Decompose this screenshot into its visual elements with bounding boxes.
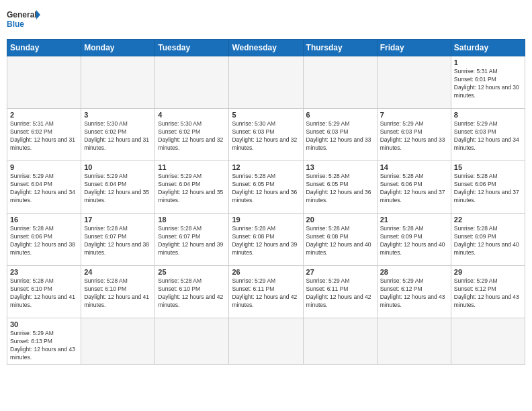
calendar-cell: 20Sunrise: 5:28 AMSunset: 6:08 PMDayligh…: [303, 214, 377, 266]
calendar-cell: 11Sunrise: 5:29 AMSunset: 6:04 PMDayligh…: [155, 161, 229, 214]
day-info: Sunrise: 5:28 AMSunset: 6:07 PMDaylight:…: [158, 225, 226, 257]
calendar-cell: [81, 318, 155, 365]
day-number: 29: [454, 268, 522, 276]
calendar-cell: 7Sunrise: 5:29 AMSunset: 6:03 PMDaylight…: [377, 109, 451, 161]
logo-svg: General Blue: [7, 7, 40, 34]
calendar-cell: 26Sunrise: 5:29 AMSunset: 6:11 PMDayligh…: [229, 266, 303, 318]
calendar-cell: [7, 56, 81, 109]
calendar-cell: 2Sunrise: 5:31 AMSunset: 6:02 PMDaylight…: [7, 109, 81, 161]
day-number: 18: [158, 216, 226, 224]
day-info: Sunrise: 5:29 AMSunset: 6:04 PMDaylight:…: [158, 173, 226, 205]
calendar-cell: 21Sunrise: 5:28 AMSunset: 6:09 PMDayligh…: [377, 214, 451, 266]
day-number: 21: [380, 216, 448, 224]
col-friday: Friday: [377, 40, 451, 56]
calendar-cell: 8Sunrise: 5:29 AMSunset: 6:03 PMDaylight…: [451, 109, 525, 161]
calendar-cell: [377, 318, 451, 365]
day-number: 27: [306, 268, 374, 276]
col-tuesday: Tuesday: [155, 40, 229, 56]
day-number: 6: [306, 111, 374, 119]
calendar-cell: 16Sunrise: 5:28 AMSunset: 6:06 PMDayligh…: [7, 214, 81, 266]
day-number: 9: [10, 163, 78, 171]
day-info: Sunrise: 5:30 AMSunset: 6:02 PMDaylight:…: [84, 120, 152, 152]
col-saturday: Saturday: [451, 40, 525, 56]
calendar-cell: [229, 56, 303, 109]
day-number: 14: [380, 163, 448, 171]
day-number: 7: [380, 111, 448, 119]
calendar-cell: 24Sunrise: 5:28 AMSunset: 6:10 PMDayligh…: [81, 266, 155, 318]
calendar: Sunday Monday Tuesday Wednesday Thursday…: [7, 39, 525, 365]
day-info: Sunrise: 5:28 AMSunset: 6:05 PMDaylight:…: [306, 173, 374, 205]
day-number: 8: [454, 111, 522, 119]
calendar-cell: 13Sunrise: 5:28 AMSunset: 6:05 PMDayligh…: [303, 161, 377, 214]
day-info: Sunrise: 5:30 AMSunset: 6:03 PMDaylight:…: [232, 120, 300, 152]
calendar-cell: 12Sunrise: 5:28 AMSunset: 6:05 PMDayligh…: [229, 161, 303, 214]
day-number: 22: [454, 216, 522, 224]
calendar-cell: 14Sunrise: 5:28 AMSunset: 6:06 PMDayligh…: [377, 161, 451, 214]
calendar-cell: 1Sunrise: 5:31 AMSunset: 6:01 PMDaylight…: [451, 56, 525, 109]
calendar-cell: 30Sunrise: 5:29 AMSunset: 6:13 PMDayligh…: [7, 318, 81, 365]
day-info: Sunrise: 5:31 AMSunset: 6:02 PMDaylight:…: [10, 120, 78, 152]
day-number: 30: [10, 320, 78, 328]
day-info: Sunrise: 5:29 AMSunset: 6:04 PMDaylight:…: [84, 173, 152, 205]
calendar-cell: 18Sunrise: 5:28 AMSunset: 6:07 PMDayligh…: [155, 214, 229, 266]
day-number: 5: [232, 111, 300, 119]
day-number: 23: [10, 268, 78, 276]
calendar-cell: 4Sunrise: 5:30 AMSunset: 6:02 PMDaylight…: [155, 109, 229, 161]
calendar-cell: [451, 318, 525, 365]
day-number: 10: [84, 163, 152, 171]
day-number: 16: [10, 216, 78, 224]
calendar-cell: 25Sunrise: 5:28 AMSunset: 6:10 PMDayligh…: [155, 266, 229, 318]
page: General Blue Sunday Monday Tuesday Wedne…: [0, 0, 532, 411]
day-info: Sunrise: 5:28 AMSunset: 6:08 PMDaylight:…: [306, 225, 374, 257]
day-info: Sunrise: 5:28 AMSunset: 6:07 PMDaylight:…: [84, 225, 152, 257]
logo: General Blue: [7, 7, 40, 34]
calendar-cell: 28Sunrise: 5:29 AMSunset: 6:12 PMDayligh…: [377, 266, 451, 318]
calendar-cell: [155, 318, 229, 365]
col-thursday: Thursday: [303, 40, 377, 56]
calendar-cell: 6Sunrise: 5:29 AMSunset: 6:03 PMDaylight…: [303, 109, 377, 161]
day-info: Sunrise: 5:29 AMSunset: 6:03 PMDaylight:…: [454, 120, 522, 152]
day-number: 28: [380, 268, 448, 276]
day-info: Sunrise: 5:28 AMSunset: 6:10 PMDaylight:…: [158, 277, 226, 310]
day-info: Sunrise: 5:31 AMSunset: 6:01 PMDaylight:…: [454, 68, 522, 100]
col-sunday: Sunday: [7, 40, 81, 56]
day-info: Sunrise: 5:28 AMSunset: 6:05 PMDaylight:…: [232, 173, 300, 205]
day-number: 17: [84, 216, 152, 224]
day-info: Sunrise: 5:28 AMSunset: 6:06 PMDaylight:…: [10, 225, 78, 257]
day-info: Sunrise: 5:29 AMSunset: 6:03 PMDaylight:…: [380, 120, 448, 152]
day-info: Sunrise: 5:28 AMSunset: 6:10 PMDaylight:…: [84, 277, 152, 310]
day-number: 3: [84, 111, 152, 119]
day-info: Sunrise: 5:30 AMSunset: 6:02 PMDaylight:…: [158, 120, 226, 152]
calendar-cell: 17Sunrise: 5:28 AMSunset: 6:07 PMDayligh…: [81, 214, 155, 266]
day-info: Sunrise: 5:29 AMSunset: 6:11 PMDaylight:…: [232, 277, 300, 310]
calendar-cell: 27Sunrise: 5:29 AMSunset: 6:11 PMDayligh…: [303, 266, 377, 318]
day-number: 1: [454, 58, 522, 66]
col-wednesday: Wednesday: [229, 40, 303, 56]
day-info: Sunrise: 5:28 AMSunset: 6:08 PMDaylight:…: [232, 225, 300, 257]
day-info: Sunrise: 5:29 AMSunset: 6:04 PMDaylight:…: [10, 173, 78, 205]
day-info: Sunrise: 5:28 AMSunset: 6:09 PMDaylight:…: [380, 225, 448, 257]
day-number: 15: [454, 163, 522, 171]
day-number: 4: [158, 111, 226, 119]
day-number: 26: [232, 268, 300, 276]
svg-text:Blue: Blue: [7, 19, 24, 29]
header-area: General Blue: [7, 7, 525, 34]
calendar-cell: 9Sunrise: 5:29 AMSunset: 6:04 PMDaylight…: [7, 161, 81, 214]
calendar-header-row: Sunday Monday Tuesday Wednesday Thursday…: [7, 40, 525, 56]
calendar-cell: [303, 318, 377, 365]
calendar-cell: 10Sunrise: 5:29 AMSunset: 6:04 PMDayligh…: [81, 161, 155, 214]
day-number: 12: [232, 163, 300, 171]
calendar-cell: [303, 56, 377, 109]
day-info: Sunrise: 5:28 AMSunset: 6:09 PMDaylight:…: [454, 225, 522, 257]
day-info: Sunrise: 5:29 AMSunset: 6:12 PMDaylight:…: [380, 277, 448, 310]
calendar-cell: 5Sunrise: 5:30 AMSunset: 6:03 PMDaylight…: [229, 109, 303, 161]
day-info: Sunrise: 5:29 AMSunset: 6:03 PMDaylight:…: [306, 120, 374, 152]
day-number: 13: [306, 163, 374, 171]
col-monday: Monday: [81, 40, 155, 56]
calendar-cell: [155, 56, 229, 109]
svg-text:General: General: [7, 10, 37, 19]
day-info: Sunrise: 5:28 AMSunset: 6:06 PMDaylight:…: [454, 173, 522, 205]
day-number: 19: [232, 216, 300, 224]
calendar-cell: [81, 56, 155, 109]
calendar-cell: 3Sunrise: 5:30 AMSunset: 6:02 PMDaylight…: [81, 109, 155, 161]
